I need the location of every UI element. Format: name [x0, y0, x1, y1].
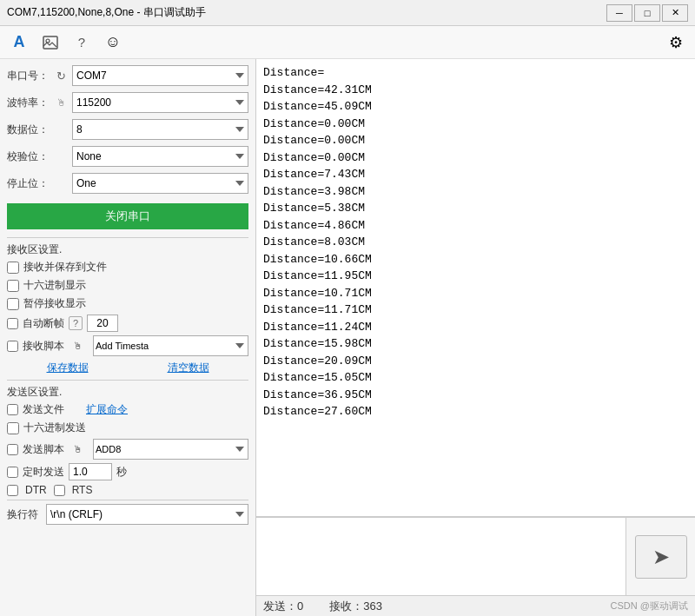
stop-icon — [52, 175, 70, 192]
right-panel: Distance= Distance=42.31CM Distance=45.0… — [256, 59, 695, 616]
receive-area: Distance= Distance=42.31CM Distance=45.0… — [256, 59, 695, 517]
receive-status: 接收：363 — [329, 599, 382, 614]
hex-display-row: 十六进制显示 — [7, 278, 248, 293]
svg-point-1 — [46, 39, 50, 43]
stop-row: 停止位： One — [7, 172, 248, 195]
hex-display-checkbox[interactable] — [7, 280, 19, 292]
watermark: CSDN @驱动调试 — [611, 599, 688, 613]
newline-select[interactable]: \r\n (CRLF) — [46, 504, 248, 525]
send-arrow-icon: ➤ — [652, 545, 670, 569]
receive-script-icon: 🖱 — [69, 337, 86, 354]
port-select[interactable]: COM7 — [72, 65, 248, 86]
send-section-title: 发送区设置. — [7, 385, 248, 400]
stop-select[interactable]: One — [72, 173, 248, 194]
timer-row: 定时发送 秒 — [7, 463, 248, 480]
baud-label: 波特率： — [7, 96, 52, 110]
title-bar: COM7,115200,None,8,One - 串口调试助手 ─ □ ✕ — [0, 0, 695, 26]
send-area-container: ➤ — [256, 517, 695, 595]
parity-label: 校验位： — [7, 149, 52, 164]
receive-count: 363 — [363, 599, 382, 613]
send-button[interactable]: ➤ — [635, 535, 687, 579]
save-data-button[interactable]: 保存数据 — [47, 361, 89, 375]
send-textarea[interactable] — [256, 518, 626, 595]
left-panel: 串口号： ↻ COM7 波特率： 🖱 115200 数据位： 8 校验位： — [0, 59, 256, 616]
gear-icon[interactable]: ⚙ — [664, 30, 688, 55]
pause-display-label: 暂停接收显示 — [23, 296, 86, 311]
title-bar-text: COM7,115200,None,8,One - 串口调试助手 — [7, 5, 606, 20]
maximize-button[interactable]: □ — [634, 4, 660, 22]
send-file-row: 发送文件 扩展命令 — [7, 402, 248, 417]
parity-icon — [52, 148, 70, 165]
divider-2 — [7, 380, 248, 381]
newline-row: 换行符 \r\n (CRLF) — [7, 504, 248, 525]
auto-frame-row: 自动断帧 ? — [7, 315, 248, 332]
help-icon[interactable]: ? — [70, 30, 94, 55]
send-button-container: ➤ — [626, 518, 695, 595]
title-bar-buttons: ─ □ ✕ — [606, 4, 688, 22]
data-row: 数据位： 8 — [7, 118, 248, 141]
dtr-checkbox[interactable] — [7, 485, 18, 496]
port-label: 串口号： — [7, 69, 52, 83]
pause-display-checkbox[interactable] — [7, 298, 19, 310]
save-to-file-label: 接收并保存到文件 — [23, 260, 107, 275]
receive-script-label: 接收脚本 — [23, 339, 64, 354]
rts-checkbox[interactable] — [54, 485, 65, 496]
send-script-icon: 🖱 — [69, 440, 86, 458]
hex-send-checkbox[interactable] — [7, 422, 19, 434]
image-icon[interactable] — [38, 30, 63, 55]
timer-send-checkbox[interactable] — [7, 467, 18, 478]
close-button[interactable]: ✕ — [662, 4, 688, 22]
data-icon — [52, 121, 70, 138]
parity-row: 校验位： None — [7, 145, 248, 168]
toolbar: A ? ☺ ⚙ — [0, 26, 695, 59]
send-script-select[interactable]: ADD8 — [93, 439, 248, 460]
stop-label: 停止位： — [7, 176, 52, 191]
hex-send-row: 十六进制发送 — [7, 421, 248, 435]
auto-frame-label: 自动断帧 — [23, 316, 64, 331]
receive-script-row: 接收脚本 🖱 Add Timesta — [7, 335, 248, 356]
baud-select[interactable]: 115200 — [72, 92, 248, 113]
receive-script-select[interactable]: Add Timesta — [93, 335, 248, 356]
divider-3 — [7, 500, 248, 500]
dtr-label: DTR — [25, 484, 47, 496]
auto-frame-input[interactable] — [87, 315, 118, 332]
status-bar: 发送：0 接收：363 CSDN @驱动调试 — [256, 595, 695, 616]
rts-label: RTS — [72, 484, 93, 496]
hex-display-label: 十六进制显示 — [23, 278, 86, 293]
font-icon[interactable]: A — [7, 30, 31, 55]
expand-cmd-link[interactable]: 扩展命令 — [86, 402, 128, 417]
auto-frame-help-icon[interactable]: ? — [69, 316, 83, 330]
minimize-button[interactable]: ─ — [606, 4, 632, 22]
receive-section-title: 接收区设置. — [7, 242, 248, 257]
emoji-icon[interactable]: ☺ — [101, 30, 125, 55]
send-script-label: 发送脚本 — [23, 442, 64, 457]
parity-select[interactable]: None — [72, 146, 248, 167]
timer-unit-label: 秒 — [116, 465, 127, 480]
divider-1 — [7, 237, 248, 238]
send-script-checkbox[interactable] — [7, 444, 18, 455]
open-port-button[interactable]: 关闭串口 — [7, 203, 248, 229]
baud-icon: 🖱 — [52, 94, 70, 111]
save-to-file-row: 接收并保存到文件 — [7, 260, 248, 275]
link-row: 保存数据 清空数据 — [7, 361, 248, 375]
clear-data-button[interactable]: 清空数据 — [168, 361, 209, 375]
svg-rect-0 — [43, 36, 57, 49]
send-status: 发送：0 — [263, 599, 303, 614]
main-container: 串口号： ↻ COM7 波特率： 🖱 115200 数据位： 8 校验位： — [0, 59, 695, 616]
port-row: 串口号： ↻ COM7 — [7, 64, 248, 87]
newline-label: 换行符 — [7, 507, 42, 522]
timer-input[interactable] — [69, 463, 112, 480]
send-file-label: 发送文件 — [23, 402, 64, 417]
hex-send-label: 十六进制发送 — [23, 421, 86, 435]
receive-script-checkbox[interactable] — [7, 341, 18, 352]
data-select[interactable]: 8 — [72, 119, 248, 140]
auto-frame-checkbox[interactable] — [7, 318, 18, 329]
send-file-checkbox[interactable] — [7, 404, 18, 415]
refresh-icon[interactable]: ↻ — [52, 67, 70, 84]
baud-row: 波特率： 🖱 115200 — [7, 91, 248, 114]
send-script-row: 发送脚本 🖱 ADD8 — [7, 439, 248, 460]
pause-display-row: 暂停接收显示 — [7, 296, 248, 311]
timer-send-label: 定时发送 — [23, 465, 64, 480]
save-to-file-checkbox[interactable] — [7, 262, 19, 274]
dtr-rts-row: DTR RTS — [7, 484, 248, 496]
